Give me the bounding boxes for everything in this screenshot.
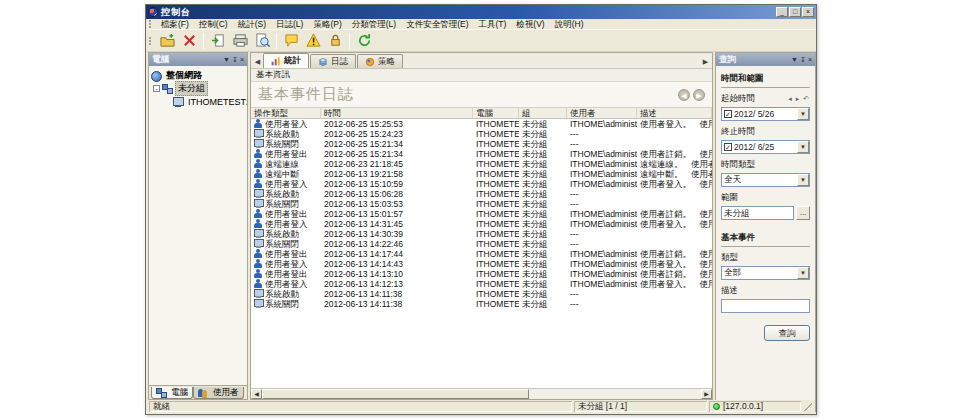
table-row[interactable]: 系統關閉 2012-06-25 15:21:34 ITHOMETE... 未分組… (251, 139, 712, 149)
tab-logs[interactable]: 日誌 (310, 54, 356, 68)
chevron-down-icon[interactable]: ▼ (797, 141, 809, 153)
column-header[interactable]: 組 (519, 108, 567, 118)
lock-button[interactable] (324, 31, 346, 50)
column-header[interactable]: 描述 (637, 108, 712, 118)
refresh-button[interactable] (353, 31, 375, 50)
tree-item-computer[interactable]: ITHOMETEST2 (151, 95, 245, 108)
horizontal-scrollbar[interactable]: ◀ ▶ (251, 388, 712, 399)
warning-button[interactable] (302, 31, 324, 50)
table-row[interactable]: 使用者登入 2012-06-13 14:31:45 ITHOMETE... 未分… (251, 219, 712, 229)
table-row[interactable]: 使用者登出 2012-06-13 15:01:57 ITHOMETE... 未分… (251, 209, 712, 219)
statistics-icon (271, 56, 281, 66)
menu-item[interactable]: 策略(P) (308, 19, 346, 30)
event-computer: ITHOMETE... (473, 289, 519, 299)
time-type-select[interactable]: 全天 ▼ (721, 173, 810, 187)
tab-users[interactable]: 使用者 (193, 387, 244, 399)
preview-button[interactable] (251, 31, 273, 50)
table-row[interactable]: 使用者登入 2012-06-25 15:25:53 ITHOMETE... 未分… (251, 119, 712, 129)
table-row[interactable]: 使用者登出 2012-06-13 14:17:44 ITHOMETE... 未分… (251, 249, 712, 259)
menu-item[interactable]: 工具(T) (473, 19, 511, 30)
message-button[interactable] (280, 31, 302, 50)
query-button[interactable]: 查詢 (764, 325, 810, 341)
panel-close-icon[interactable]: × (240, 55, 244, 64)
table-row[interactable]: 遠端中斷 2012-06-13 19:21:58 ITHOMETE... 未分組… (251, 169, 712, 179)
scrollbar-thumb[interactable] (262, 389, 529, 399)
menu-item[interactable]: 統計(S) (233, 19, 271, 30)
menu-item[interactable]: 控制(C) (194, 19, 233, 30)
chevron-down-icon[interactable]: ▼ (797, 108, 809, 120)
tab-policy[interactable]: 策略 (357, 54, 403, 68)
table-header: 操作類型 時間 電腦 組 使用者 描述 (251, 107, 712, 119)
nav-forward-icon[interactable]: ▶ (693, 89, 705, 101)
event-description (637, 289, 712, 299)
column-header[interactable]: 時間 (321, 108, 473, 118)
menu-item[interactable]: 檔案(F) (156, 19, 194, 30)
table-row[interactable]: 系統啟動 2012-06-13 15:06:28 ITHOMETE... 未分組… (251, 189, 712, 199)
event-type-select[interactable]: 全部 ▼ (721, 266, 810, 280)
lock-icon (328, 33, 343, 48)
menu-item[interactable]: 日誌(L) (271, 19, 308, 30)
pin-icon[interactable]: ↧ (800, 55, 806, 64)
browse-button[interactable]: ... (796, 206, 810, 220)
collapse-icon[interactable]: - (153, 85, 160, 92)
checkbox-icon[interactable]: ✓ (724, 110, 732, 118)
chevron-down-icon[interactable]: ▼ (797, 174, 809, 186)
query-panel-header: 查詢 ▼ ↧ × (716, 53, 815, 66)
menu-item[interactable]: 分類管理(L) (347, 19, 401, 30)
panel-menu-icon[interactable]: ▼ (223, 55, 230, 64)
date-nav-icons[interactable]: ◂ ▸ ↶ (788, 95, 810, 103)
table-row[interactable]: 使用者登出 2012-06-25 15:21:34 ITHOMETE... 未分… (251, 149, 712, 159)
event-type-icon (254, 169, 263, 178)
end-time-picker[interactable]: ✓ 2012/ 6/25 ▼ (721, 140, 810, 154)
open-button[interactable] (156, 31, 178, 50)
maximize-button[interactable]: □ (789, 7, 801, 17)
table-row[interactable]: 系統啟動 2012-06-13 14:11:38 ITHOMETE... 未分組… (251, 289, 712, 299)
event-computer: ITHOMETE... (473, 269, 519, 279)
chevron-down-icon[interactable]: ▼ (797, 267, 809, 279)
scope-input[interactable]: 未分組 (721, 206, 794, 220)
menu-item[interactable]: 文件安全管理(E) (401, 19, 473, 30)
nav-back-icon[interactable]: ◀ (678, 89, 690, 101)
event-time: 2012-06-13 14:11:38 (321, 299, 473, 309)
panel-close-icon[interactable]: × (808, 55, 812, 64)
table-row[interactable]: 使用者登入 2012-06-13 14:12:13 ITHOMETE... 未分… (251, 279, 712, 289)
minimize-button[interactable]: _ (776, 7, 788, 17)
table-row[interactable]: 使用者登入 2012-06-13 15:10:59 ITHOMETE... 未分… (251, 179, 712, 189)
column-header[interactable]: 電腦 (473, 108, 519, 118)
column-header[interactable]: 操作類型 (251, 108, 321, 118)
table-row[interactable]: 系統關閉 2012-06-13 14:11:38 ITHOMETE... 未分組… (251, 299, 712, 309)
start-time-picker[interactable]: ✓ 2012/ 5/26 ▼ (721, 107, 810, 121)
tab-scroll-left-icon[interactable]: ◀ (252, 55, 263, 68)
table-row[interactable]: 系統啟動 2012-06-13 14:30:39 ITHOMETE... 未分組… (251, 229, 712, 239)
event-type-icon (254, 119, 263, 128)
basic-info-bar[interactable]: 基本資訊 (251, 69, 712, 82)
warning-icon (306, 33, 321, 48)
checkbox-icon[interactable]: ✓ (724, 143, 732, 151)
table-row[interactable]: 系統啟動 2012-06-25 15:24:23 ITHOMETE... 未分組… (251, 129, 712, 139)
tree-item-group[interactable]: - 未分組 (151, 82, 245, 95)
tab-computers[interactable]: 電腦 (151, 387, 193, 399)
resize-grip[interactable] (803, 401, 813, 412)
delete-button[interactable] (178, 31, 200, 50)
close-button[interactable]: × (802, 7, 814, 17)
table-row[interactable]: 使用者登出 2012-06-13 14:13:10 ITHOMETE... 未分… (251, 269, 712, 279)
table-row[interactable]: 系統關閉 2012-06-13 15:03:53 ITHOMETE... 未分組… (251, 199, 712, 209)
menu-item[interactable]: 說明(H) (550, 19, 589, 30)
table-row[interactable]: 系統關閉 2012-06-13 14:22:46 ITHOMETE... 未分組… (251, 239, 712, 249)
tab-statistics[interactable]: 統計 (263, 53, 309, 68)
menu-item[interactable]: 檢視(V) (511, 19, 549, 30)
panel-menu-icon[interactable]: ▼ (791, 55, 798, 64)
description-input[interactable] (721, 299, 810, 313)
scroll-left-icon[interactable]: ◀ (251, 389, 262, 399)
table-row[interactable]: 使用者登入 2012-06-13 14:14:43 ITHOMETE... 未分… (251, 259, 712, 269)
workspace: 電腦 ▼ ↧ × 整個網路 - 未分組 (148, 52, 814, 400)
table-row[interactable]: 遠端連線 2012-06-23 21:18:45 ITHOMETE... 未分組… (251, 159, 712, 169)
event-type-icon (254, 209, 263, 218)
tab-scroll-right-icon[interactable]: ▶ (700, 55, 711, 68)
column-header[interactable]: 使用者 (567, 108, 637, 118)
export-button[interactable] (207, 31, 229, 50)
group-icon (162, 84, 173, 94)
print-button[interactable] (229, 31, 251, 50)
scroll-right-icon[interactable]: ▶ (701, 389, 712, 399)
pin-icon[interactable]: ↧ (232, 55, 238, 64)
